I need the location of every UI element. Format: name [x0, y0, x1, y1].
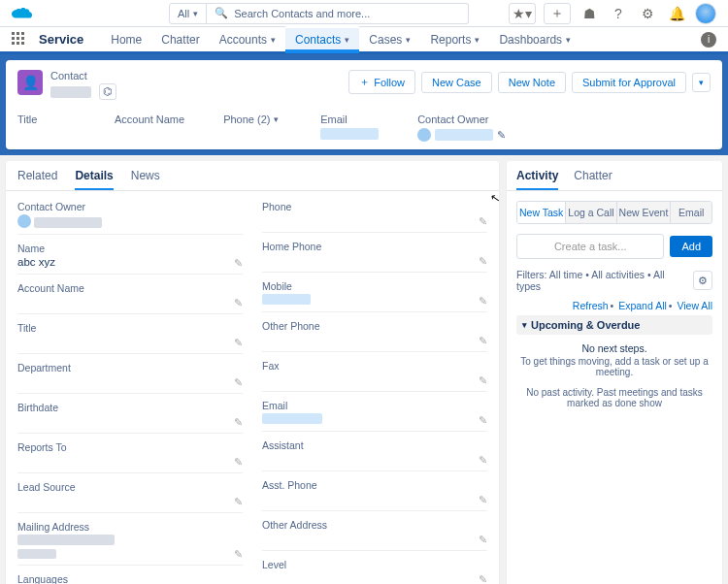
- edit-pencil-icon[interactable]: ✎: [479, 414, 487, 427]
- edit-pencil-icon[interactable]: ✎: [479, 573, 487, 584]
- hl-email-label: Email: [320, 114, 379, 125]
- app-launcher-icon[interactable]: [12, 32, 27, 48]
- owner-avatar-icon: [417, 128, 431, 142]
- edit-pencil-icon[interactable]: ✎: [479, 534, 487, 546]
- more-actions-button[interactable]: ▾: [692, 73, 711, 92]
- salesforce-logo-icon: [12, 6, 33, 21]
- record-object-type: Contact: [50, 70, 116, 81]
- nav-contacts[interactable]: Contacts▾: [285, 26, 359, 53]
- edit-pencil-icon[interactable]: ✎: [234, 416, 243, 429]
- field-fax-label: Fax: [262, 360, 487, 372]
- field-lead-source-label: Lead Source: [17, 481, 243, 493]
- field-phone-value: [262, 214, 487, 228]
- edit-pencil-icon[interactable]: ✎: [479, 215, 487, 228]
- hl-title-label: Title: [17, 114, 76, 125]
- record-name: [50, 86, 91, 98]
- activity-settings-gear-icon[interactable]: ⚙: [693, 271, 712, 290]
- no-past-activity-text: No past activity. Past meetings and task…: [513, 387, 716, 408]
- create-task-input[interactable]: Create a task...: [516, 234, 664, 259]
- field-home-phone-label: Home Phone: [262, 241, 487, 252]
- tab-details[interactable]: Details: [75, 169, 113, 190]
- hl-email-value: [320, 128, 379, 140]
- edit-pencil-icon[interactable]: ✎: [479, 255, 487, 268]
- nav-home[interactable]: Home: [101, 26, 151, 53]
- subtab-email[interactable]: Email: [671, 202, 711, 223]
- field-contact-owner-value: [34, 217, 102, 228]
- field-name-label: Name: [17, 243, 243, 254]
- hierarchy-icon[interactable]: ⌬: [99, 83, 116, 100]
- nav-reports[interactable]: Reports▾: [420, 26, 489, 53]
- add-task-button[interactable]: Add: [670, 236, 712, 257]
- nav-cases[interactable]: Cases▾: [359, 26, 420, 53]
- follow-button[interactable]: ＋Follow: [348, 70, 415, 94]
- hl-owner-label: Contact Owner: [417, 114, 506, 125]
- field-account-name-value: [17, 296, 243, 309]
- edit-pencil-icon[interactable]: ✎: [234, 376, 243, 389]
- field-assistant-label: Assistant: [262, 439, 487, 451]
- edit-pencil-icon[interactable]: ✎: [234, 496, 243, 508]
- subtab-log-call[interactable]: Log a Call: [566, 202, 616, 223]
- tab-activity[interactable]: Activity: [516, 169, 558, 190]
- chevron-down-icon: ▾: [406, 35, 411, 45]
- new-case-button[interactable]: New Case: [421, 72, 492, 93]
- search-scope-label: All: [178, 8, 189, 19]
- search-icon: 🔍: [215, 7, 228, 19]
- contact-object-icon: 👤: [17, 70, 43, 95]
- field-other-address-label: Other Address: [262, 519, 487, 531]
- view-all-link[interactable]: View All: [677, 300, 712, 311]
- submit-for-approval-button[interactable]: Submit for Approval: [572, 72, 686, 93]
- edit-pencil-icon[interactable]: ✎: [234, 337, 243, 349]
- nav-dashboards[interactable]: Dashboards▾: [489, 26, 580, 53]
- upcoming-overdue-section[interactable]: ▾ Upcoming & Overdue: [516, 315, 712, 335]
- tab-related[interactable]: Related: [17, 169, 57, 190]
- chevron-down-icon: ▾: [193, 9, 198, 18]
- field-mobile-label: Mobile: [262, 280, 487, 292]
- change-owner-icon[interactable]: ✎: [497, 129, 506, 142]
- new-note-button[interactable]: New Note: [498, 72, 566, 93]
- field-department-label: Department: [17, 362, 243, 373]
- favorites-icon[interactable]: ★▾: [509, 3, 536, 24]
- activity-filters-text: Filters: All time • All activities • All…: [516, 269, 687, 292]
- field-reports-to-value: [17, 455, 243, 469]
- refresh-link[interactable]: Refresh: [573, 300, 609, 311]
- edit-pencil-icon[interactable]: ✎: [234, 548, 243, 561]
- notifications-bell-icon[interactable]: 🔔: [666, 3, 687, 24]
- field-account-name-label: Account Name: [17, 282, 243, 294]
- inbox-icon[interactable]: ☗: [579, 3, 600, 24]
- field-department-value: [17, 375, 243, 389]
- field-languages-label: Languages: [17, 573, 243, 584]
- edit-pencil-icon[interactable]: ✎: [479, 374, 487, 387]
- hl-account-label: Account Name: [115, 114, 184, 125]
- user-avatar[interactable]: [695, 3, 716, 24]
- field-title-label: Title: [17, 322, 243, 334]
- edit-pencil-icon[interactable]: ✎: [479, 295, 487, 308]
- nav-help-icon[interactable]: i: [701, 32, 716, 48]
- field-name-value: abc xyz: [17, 256, 243, 270]
- help-icon[interactable]: ?: [608, 3, 629, 24]
- field-asst-phone-value: [262, 493, 487, 506]
- global-actions-icon[interactable]: ＋: [544, 3, 571, 24]
- tab-news[interactable]: News: [131, 169, 160, 190]
- setup-gear-icon[interactable]: ⚙: [637, 3, 658, 24]
- field-level-label: Level: [262, 559, 487, 570]
- tab-chatter[interactable]: Chatter: [574, 169, 612, 190]
- edit-pencil-icon[interactable]: ✎: [479, 454, 487, 467]
- expand-all-link[interactable]: Expand All: [618, 300, 667, 311]
- edit-pencil-icon[interactable]: ✎: [234, 297, 243, 309]
- nav-accounts[interactable]: Accounts▾: [210, 26, 285, 53]
- search-scope-selector[interactable]: All ▾: [169, 3, 207, 24]
- chevron-down-icon: ▾: [271, 35, 276, 45]
- edit-pencil-icon[interactable]: ✎: [479, 335, 487, 347]
- field-reports-to-label: Reports To: [17, 441, 243, 453]
- nav-chatter[interactable]: Chatter: [151, 26, 209, 53]
- field-email-label: Email: [262, 400, 487, 411]
- global-search-input[interactable]: 🔍 Search Contacts and more...: [207, 3, 469, 24]
- edit-pencil-icon[interactable]: ✎: [234, 257, 243, 270]
- edit-pencil-icon[interactable]: ✎: [479, 494, 487, 506]
- chevron-down-icon[interactable]: ▾: [274, 114, 279, 124]
- edit-pencil-icon[interactable]: ✎: [234, 456, 243, 469]
- subtab-new-task[interactable]: New Task: [517, 202, 566, 223]
- field-title-value: [17, 336, 243, 349]
- search-placeholder: Search Contacts and more...: [234, 8, 370, 19]
- subtab-new-event[interactable]: New Event: [617, 202, 672, 223]
